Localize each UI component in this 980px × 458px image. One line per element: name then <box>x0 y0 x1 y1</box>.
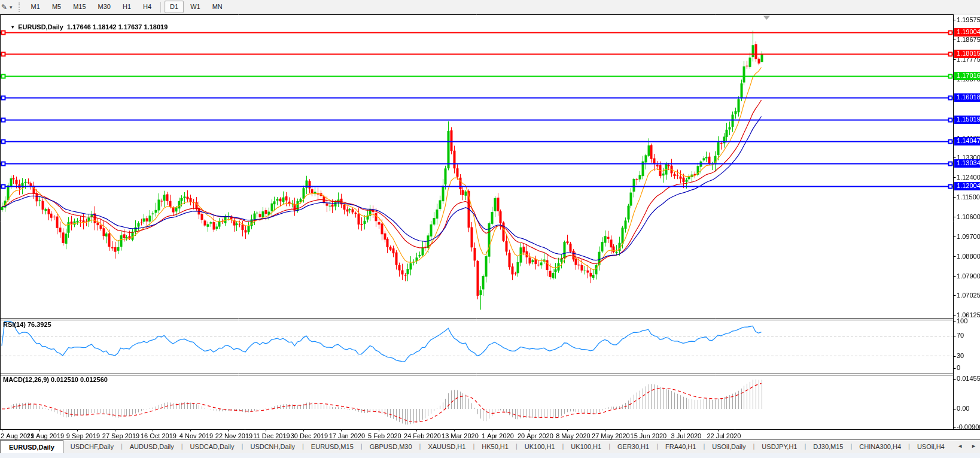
timeframe-button-h4[interactable]: H4 <box>138 1 157 13</box>
timeframe-button-m1[interactable]: M1 <box>26 1 45 13</box>
draw-tool-button[interactable]: ✎ ▾ <box>0 3 16 11</box>
timeframe-button-d1[interactable]: D1 <box>165 1 184 13</box>
toolbar-grip <box>19 2 23 12</box>
top-toolbar: ✎ ▾ M1M5M15M30H1H4D1W1MN <box>0 0 980 14</box>
chart-tab-fra40-h1[interactable]: FRA40,H1 <box>658 440 703 453</box>
chart-tab-ger30-h1[interactable]: GER30,H1 <box>610 440 656 453</box>
status-strip <box>0 453 980 458</box>
chart-tab-usoil-h4[interactable]: USOil,H4 <box>910 440 952 453</box>
chart-tab-gbpusd-m30[interactable]: GBPUSD,M30 <box>363 440 419 453</box>
chart-canvas[interactable] <box>0 14 980 439</box>
chart-tab-usdcnh-daily[interactable]: USDCNH,Daily <box>243 440 302 453</box>
timeframe-buttons: M1M5M15M30H1H4D1W1MN <box>25 0 229 14</box>
chart-tab-usdcad-daily[interactable]: USDCAD,Daily <box>183 440 242 453</box>
chart-tab-eurusd-m15[interactable]: EURUSD,M15 <box>304 440 361 453</box>
chart-tab-xauusd-h1[interactable]: XAUUSD,H1 <box>421 440 473 453</box>
chart-tab-usoil-daily[interactable]: USOil,Daily <box>705 440 753 453</box>
tab-scroll-right-button[interactable]: ► <box>969 442 979 450</box>
chart-tab-uk100-h1[interactable]: UK100,H1 <box>564 440 608 453</box>
timeframe-button-m5[interactable]: M5 <box>47 1 66 13</box>
chart-window: ▼EURUSD,Daily 1.17646 1.18142 1.17637 1.… <box>0 14 980 439</box>
timeframe-button-m30[interactable]: M30 <box>93 1 116 13</box>
timeframe-button-h1[interactable]: H1 <box>117 1 136 13</box>
chart-tab-eurusd-daily[interactable]: EURUSD,Daily <box>0 440 63 454</box>
timeframe-button-mn[interactable]: MN <box>207 1 228 13</box>
tab-scroll-left-button[interactable]: ◄ <box>955 442 965 450</box>
chart-tab-usdjpy-h1[interactable]: USDJPY,H1 <box>754 440 804 453</box>
chevron-down-icon: ▾ <box>10 4 13 10</box>
timeframe-button-w1[interactable]: W1 <box>185 1 206 13</box>
chart-tab-uk100-h1[interactable]: UK100,H1 <box>518 440 562 453</box>
chart-tab-dj30-m15[interactable]: DJ30,M15 <box>806 440 850 453</box>
timeframe-button-m15[interactable]: M15 <box>68 1 91 13</box>
chart-tab-china300-h4[interactable]: CHINA300,H4 <box>852 440 908 453</box>
toolbar-divider <box>160 2 161 13</box>
chart-tab-audusd-daily[interactable]: AUDUSD,Daily <box>123 440 181 453</box>
draw-tool-icon: ✎ <box>1 3 7 11</box>
chart-tab-hk50-h1[interactable]: HK50,H1 <box>474 440 516 453</box>
chart-tab-usdchf-daily[interactable]: USDCHF,Daily <box>63 440 121 453</box>
